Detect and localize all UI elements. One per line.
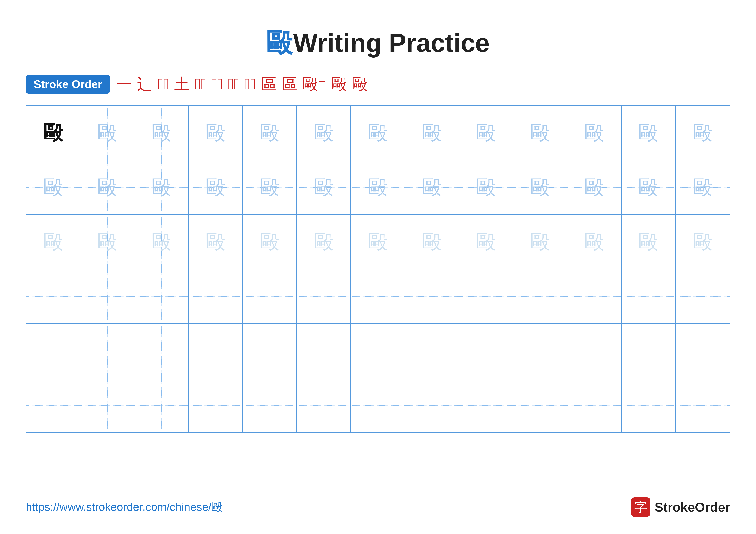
stroke-step-7: 品̄ (228, 75, 239, 93)
grid-cell-2-8[interactable]: 毆 (405, 160, 459, 214)
cell-char: 毆 (314, 229, 334, 255)
grid-cell-6-9[interactable] (459, 378, 513, 432)
grid-cell-5-13[interactable] (676, 324, 730, 378)
cell-char: 毆 (206, 120, 225, 146)
grid-cell-3-10[interactable]: 毆 (513, 215, 567, 269)
grid-cell-4-13[interactable] (676, 269, 730, 323)
grid-cell-5-8[interactable] (405, 324, 459, 378)
grid-cell-3-9[interactable]: 毆 (459, 215, 513, 269)
cell-char: 毆 (260, 229, 279, 255)
practice-grid: 毆 毆 毆 毆 毆 毆 毆 毆 毆 (26, 105, 730, 433)
grid-cell-2-4[interactable]: 毆 (189, 160, 243, 214)
grid-cell-2-2[interactable]: 毆 (80, 160, 134, 214)
grid-cell-4-6[interactable] (297, 269, 351, 323)
footer-brand: 字 StrokeOrder (631, 497, 730, 517)
grid-cell-5-12[interactable] (622, 324, 676, 378)
grid-cell-6-10[interactable] (513, 378, 567, 432)
grid-cell-2-3[interactable]: 毆 (134, 160, 189, 214)
grid-cell-5-1[interactable] (26, 324, 80, 378)
grid-cell-1-1[interactable]: 毆 (26, 106, 80, 160)
cell-char: 毆 (97, 120, 117, 146)
grid-cell-4-7[interactable] (351, 269, 405, 323)
grid-cell-1-4[interactable]: 毆 (189, 106, 243, 160)
grid-cell-2-1[interactable]: 毆 (26, 160, 80, 214)
grid-cell-5-5[interactable] (243, 324, 297, 378)
grid-cell-4-10[interactable] (513, 269, 567, 323)
grid-cell-5-9[interactable] (459, 324, 513, 378)
grid-cell-3-6[interactable]: 毆 (297, 215, 351, 269)
grid-cell-4-8[interactable] (405, 269, 459, 323)
title-text: Writing Practice (293, 28, 489, 57)
grid-cell-6-12[interactable] (622, 378, 676, 432)
grid-cell-2-10[interactable]: 毆 (513, 160, 567, 214)
grid-cell-6-13[interactable] (676, 378, 730, 432)
grid-cell-5-6[interactable] (297, 324, 351, 378)
grid-cell-3-2[interactable]: 毆 (80, 215, 134, 269)
grid-cell-2-9[interactable]: 毆 (459, 160, 513, 214)
grid-cell-1-11[interactable]: 毆 (567, 106, 622, 160)
grid-cell-3-8[interactable]: 毆 (405, 215, 459, 269)
grid-cell-4-4[interactable] (189, 269, 243, 323)
grid-cell-6-7[interactable] (351, 378, 405, 432)
grid-cell-1-7[interactable]: 毆 (351, 106, 405, 160)
grid-cell-6-8[interactable] (405, 378, 459, 432)
stroke-order-row: Stroke Order 一 ⻌ ⼝̄ ⼟ ⼟⃝ 品̄ 品̄ 品̄ 區 區 毆⁻… (26, 74, 730, 94)
grid-cell-3-4[interactable]: 毆 (189, 215, 243, 269)
grid-cell-1-12[interactable]: 毆 (622, 106, 676, 160)
stroke-step-6: 品̄ (211, 75, 223, 93)
cell-char: 毆 (530, 120, 550, 146)
grid-cell-5-3[interactable] (134, 324, 189, 378)
grid-cell-2-11[interactable]: 毆 (567, 160, 622, 214)
grid-cell-6-6[interactable] (297, 378, 351, 432)
grid-cell-4-3[interactable] (134, 269, 189, 323)
grid-cell-4-12[interactable] (622, 269, 676, 323)
cell-char: 毆 (152, 120, 171, 146)
grid-cell-1-6[interactable]: 毆 (297, 106, 351, 160)
cell-char: 毆 (584, 120, 604, 146)
cell-char: 毆 (206, 174, 225, 201)
grid-cell-1-5[interactable]: 毆 (243, 106, 297, 160)
grid-cell-6-4[interactable] (189, 378, 243, 432)
stroke-step-3: ⼝̄ (158, 75, 169, 93)
stroke-step-8: 品̄ (244, 75, 256, 93)
grid-cell-6-5[interactable] (243, 378, 297, 432)
grid-cell-3-5[interactable]: 毆 (243, 215, 297, 269)
grid-cell-1-3[interactable]: 毆 (134, 106, 189, 160)
grid-cell-4-1[interactable] (26, 269, 80, 323)
grid-cell-6-11[interactable] (567, 378, 622, 432)
cell-char: 毆 (260, 174, 279, 201)
grid-cell-1-9[interactable]: 毆 (459, 106, 513, 160)
grid-cell-3-11[interactable]: 毆 (567, 215, 622, 269)
grid-cell-1-13[interactable]: 毆 (676, 106, 730, 160)
cell-char: 毆 (638, 174, 658, 201)
stroke-step-13: 毆 (352, 74, 367, 94)
grid-cell-2-12[interactable]: 毆 (622, 160, 676, 214)
grid-cell-3-13[interactable]: 毆 (676, 215, 730, 269)
grid-cell-6-3[interactable] (134, 378, 189, 432)
grid-cell-1-2[interactable]: 毆 (80, 106, 134, 160)
grid-cell-4-11[interactable] (567, 269, 622, 323)
grid-cell-3-7[interactable]: 毆 (351, 215, 405, 269)
grid-cell-1-8[interactable]: 毆 (405, 106, 459, 160)
grid-cell-4-5[interactable] (243, 269, 297, 323)
grid-cell-6-2[interactable] (80, 378, 134, 432)
grid-cell-5-10[interactable] (513, 324, 567, 378)
grid-cell-5-11[interactable] (567, 324, 622, 378)
cell-char: 毆 (43, 120, 63, 146)
grid-cell-2-7[interactable]: 毆 (351, 160, 405, 214)
grid-cell-5-4[interactable] (189, 324, 243, 378)
grid-cell-3-1[interactable]: 毆 (26, 215, 80, 269)
grid-cell-5-7[interactable] (351, 324, 405, 378)
grid-cell-4-2[interactable] (80, 269, 134, 323)
grid-row-2: 毆 毆 毆 毆 毆 毆 毆 毆 毆 (26, 160, 730, 215)
grid-cell-3-12[interactable]: 毆 (622, 215, 676, 269)
grid-cell-2-6[interactable]: 毆 (297, 160, 351, 214)
cell-char: 毆 (97, 229, 117, 255)
grid-cell-2-13[interactable]: 毆 (676, 160, 730, 214)
grid-cell-4-9[interactable] (459, 269, 513, 323)
grid-cell-6-1[interactable] (26, 378, 80, 432)
grid-cell-5-2[interactable] (80, 324, 134, 378)
grid-cell-2-5[interactable]: 毆 (243, 160, 297, 214)
grid-cell-3-3[interactable]: 毆 (134, 215, 189, 269)
grid-cell-1-10[interactable]: 毆 (513, 106, 567, 160)
